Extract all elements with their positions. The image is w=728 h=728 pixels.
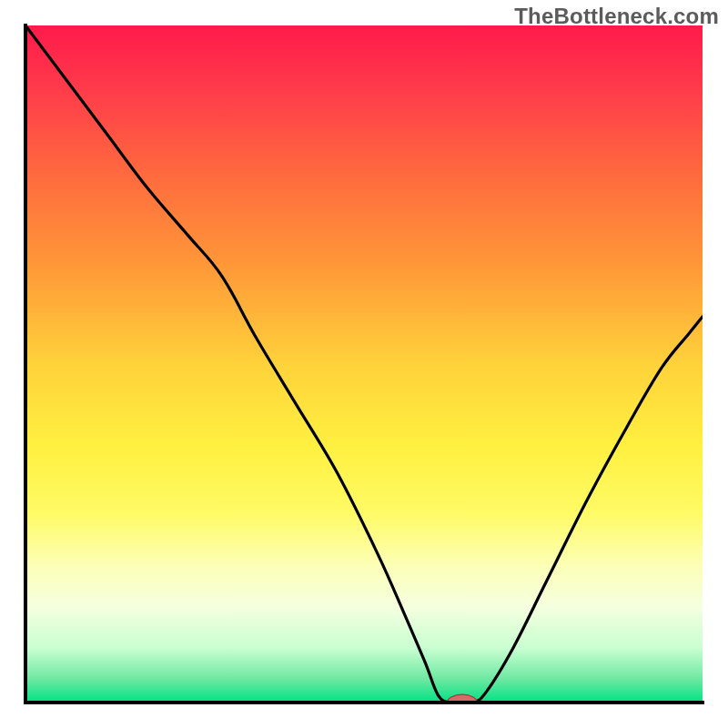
gradient-background: [25, 25, 703, 703]
bottleneck-chart: [0, 0, 728, 728]
chart-container: TheBottleneck.com: [0, 0, 728, 728]
watermark-text: TheBottleneck.com: [514, 4, 719, 29]
